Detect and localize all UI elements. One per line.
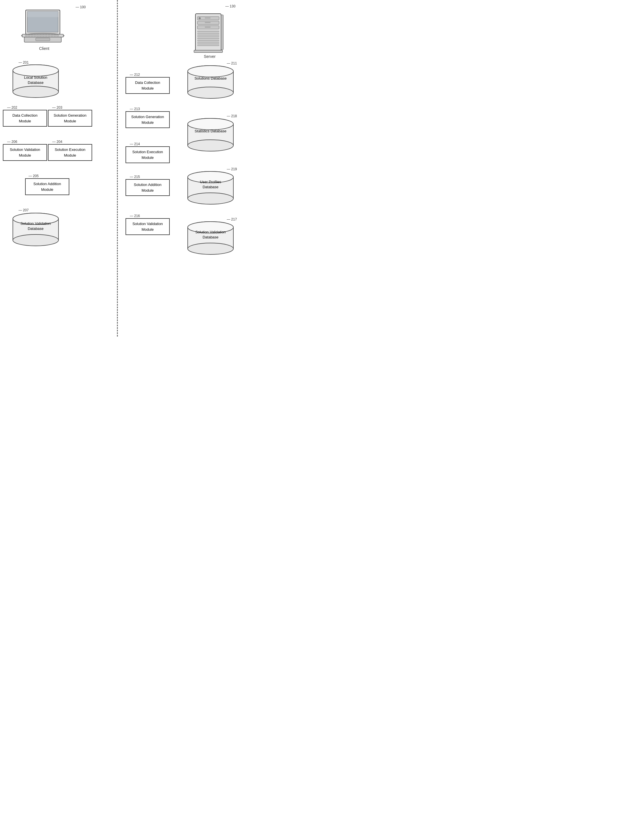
- statistics-db-218-label: Statistics Database: [182, 129, 239, 134]
- solution-validation-db-217-label: Solution ValidationDatabase: [182, 230, 239, 240]
- svg-point-48: [188, 66, 234, 77]
- svg-point-55: [188, 193, 234, 204]
- svg-point-39: [13, 86, 58, 98]
- data-collection-module-212-ref: — 212: [130, 73, 140, 77]
- solutions-db-211-ref: — 211: [227, 61, 237, 65]
- solution-execution-module-204-ref: — 204: [52, 140, 62, 144]
- statistics-db-218-ref: — 218: [227, 114, 237, 118]
- solutions-db-211-label: Solutions Database: [182, 76, 239, 81]
- solution-execution-module-214: Solution Execution Module: [126, 146, 170, 163]
- svg-rect-9: [28, 35, 30, 36]
- svg-rect-27: [197, 31, 219, 32]
- solution-validation-db-207-ref: — 207: [19, 208, 29, 212]
- solution-validation-module-206: Solution Validation Module: [3, 144, 47, 161]
- svg-rect-11: [34, 35, 36, 36]
- svg-rect-2: [27, 11, 58, 17]
- svg-rect-22: [205, 18, 211, 19]
- client-label: Client: [33, 46, 56, 51]
- svg-rect-30: [197, 38, 219, 39]
- diagram-container: — 100: [0, 0, 257, 336]
- svg-rect-15: [45, 35, 47, 36]
- svg-rect-32: [197, 42, 219, 43]
- data-collection-module-212: Data Collection Module: [126, 77, 170, 94]
- solution-generation-module-213-ref: — 213: [130, 107, 140, 111]
- svg-point-47: [188, 87, 234, 98]
- solutions-db-211: Solutions Database: [182, 65, 239, 100]
- client-icon: [17, 8, 68, 47]
- server-ref: — 130: [225, 4, 235, 8]
- svg-rect-12: [37, 35, 39, 36]
- svg-rect-29: [197, 35, 219, 37]
- svg-rect-36: [194, 50, 222, 53]
- server-label: Server: [198, 54, 221, 59]
- solution-validation-db-207: Solution ValidationDatabase: [7, 212, 64, 248]
- svg-point-52: [188, 118, 234, 130]
- solution-validation-module-216-ref: — 216: [130, 214, 140, 218]
- user-profiles-db-219: User ProfilesDatabase: [182, 171, 239, 206]
- solution-addition-module-215-ref: — 215: [130, 175, 140, 179]
- solution-generation-module-203-ref: — 203: [52, 106, 62, 109]
- solution-generation-module-203: Solution Generation Module: [48, 110, 92, 127]
- solution-validation-db-207-label: Solution ValidationDatabase: [7, 221, 64, 231]
- solution-validation-module-206-ref: — 206: [7, 140, 17, 144]
- divider-line: [117, 0, 118, 336]
- solution-execution-module-204: Solution Execution Module: [48, 144, 92, 161]
- svg-point-40: [13, 65, 58, 76]
- svg-rect-19: [56, 35, 59, 36]
- client-ref: — 100: [76, 5, 85, 9]
- svg-rect-24: [205, 22, 211, 23]
- svg-rect-28: [197, 33, 219, 34]
- user-profiles-db-219-label: User ProfilesDatabase: [182, 179, 239, 190]
- solution-validation-module-216: Solution Validation Module: [126, 218, 170, 235]
- solution-addition-module-205-ref: — 205: [29, 174, 39, 178]
- local-solution-db-label: Local SolutionDatabase: [7, 75, 64, 85]
- svg-point-43: [13, 235, 58, 246]
- user-profiles-db-219-ref: — 219: [227, 167, 237, 171]
- svg-rect-18: [54, 35, 56, 36]
- solution-validation-db-217: Solution ValidationDatabase: [182, 221, 239, 256]
- solution-generation-module-213: Solution Generation Module: [126, 111, 170, 128]
- svg-point-34: [199, 18, 201, 19]
- local-solution-db: Local SolutionDatabase: [7, 64, 64, 100]
- svg-point-51: [188, 140, 234, 151]
- statistics-db-218: Statistics Database: [182, 118, 239, 153]
- server-icon: [185, 8, 231, 55]
- svg-rect-17: [51, 35, 53, 36]
- svg-rect-26: [205, 27, 211, 28]
- svg-rect-16: [48, 35, 50, 36]
- svg-rect-7: [35, 38, 50, 41]
- solution-validation-db-217-ref: — 217: [227, 217, 237, 221]
- svg-rect-13: [39, 35, 42, 36]
- data-collection-module-202-ref: — 202: [7, 106, 17, 109]
- svg-point-59: [188, 243, 234, 254]
- solution-addition-module-205: Solution Addition Module: [25, 178, 69, 195]
- svg-rect-31: [197, 40, 219, 41]
- data-collection-module-202: Data Collection Module: [3, 110, 47, 127]
- svg-rect-35: [221, 15, 223, 50]
- svg-rect-10: [31, 35, 33, 36]
- svg-rect-33: [197, 45, 219, 46]
- svg-rect-14: [42, 35, 45, 36]
- svg-rect-8: [25, 35, 27, 36]
- local-solution-db-ref: — 201: [19, 61, 29, 64]
- solution-addition-module-215: Solution Addition Module: [126, 179, 170, 196]
- solution-execution-module-214-ref: — 214: [130, 142, 140, 146]
